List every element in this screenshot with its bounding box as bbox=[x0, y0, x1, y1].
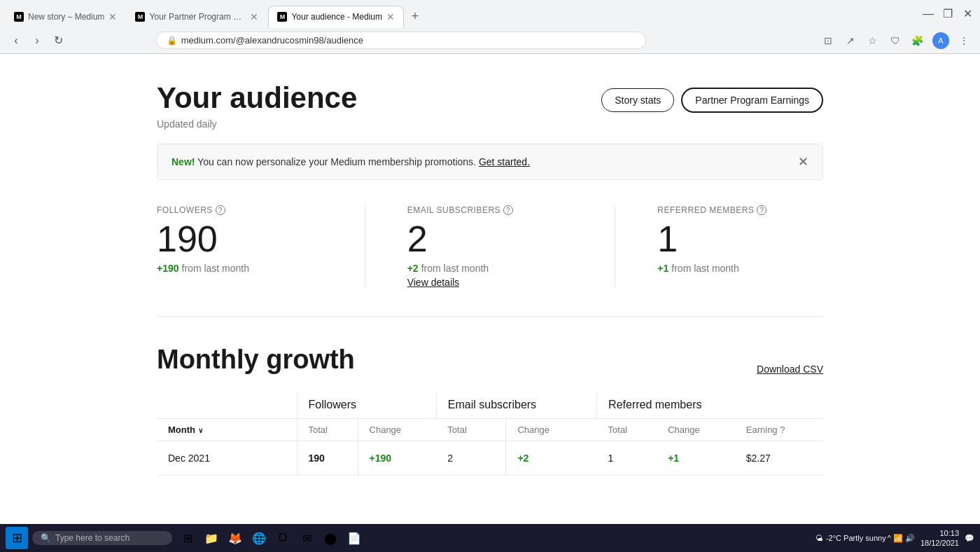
tab-2-favicon: M bbox=[135, 12, 145, 22]
row-email-change: +2 bbox=[506, 441, 597, 476]
referred-value: 1 bbox=[657, 221, 823, 257]
tab-1-favicon: M bbox=[14, 12, 24, 22]
page-content: Your audience Updated daily Story stats … bbox=[140, 54, 840, 504]
referred-change-header: Change bbox=[657, 419, 735, 441]
section-header: Monthly growth Download CSV bbox=[157, 345, 823, 375]
tab-3-close[interactable]: ✕ bbox=[386, 12, 395, 22]
row-email-total: 2 bbox=[436, 441, 506, 476]
tab-2[interactable]: M Your Partner Program earnings ✕ bbox=[127, 6, 267, 27]
month-group-header bbox=[157, 392, 297, 419]
notification-text: New! You can now personalize your Medium… bbox=[172, 156, 530, 167]
download-csv-link[interactable]: Download CSV bbox=[757, 364, 823, 375]
tab-2-label: Your Partner Program earnings bbox=[149, 12, 246, 22]
bookmark-icon[interactable]: ☆ bbox=[865, 35, 881, 46]
email-change-value: +2 bbox=[407, 263, 419, 274]
page-header: Your audience Updated daily Story stats … bbox=[157, 82, 823, 130]
profile-avatar[interactable]: A bbox=[932, 32, 949, 49]
sort-icon: ∨ bbox=[198, 427, 203, 434]
share-icon[interactable]: ↗ bbox=[843, 35, 858, 46]
header-buttons: Story stats Partner Program Earnings bbox=[601, 82, 823, 113]
new-tab-button[interactable]: + bbox=[405, 7, 425, 27]
tab-3-label: Your audience - Medium bbox=[291, 12, 382, 22]
row-month: Dec 2021 bbox=[157, 441, 297, 476]
referred-label: REFERRED MEMBERS ? bbox=[657, 205, 823, 215]
reload-button[interactable]: ↻ bbox=[50, 34, 66, 47]
tab-3-favicon: M bbox=[277, 12, 287, 22]
partner-earnings-button[interactable]: Partner Program Earnings bbox=[681, 88, 823, 113]
forward-button[interactable]: › bbox=[29, 34, 45, 47]
tab-2-close[interactable]: ✕ bbox=[250, 12, 258, 22]
row-referred-total: 1 bbox=[597, 441, 657, 476]
followers-change: +190 from last month bbox=[157, 263, 323, 274]
followers-help-icon[interactable]: ? bbox=[216, 205, 225, 215]
reader-mode-icon[interactable]: ⊡ bbox=[820, 35, 836, 46]
back-button[interactable]: ‹ bbox=[8, 34, 24, 47]
referred-help-icon[interactable]: ? bbox=[757, 205, 766, 215]
url-text: medium.com/@alexandrucosmin98/audience bbox=[181, 35, 363, 46]
tab-1-close[interactable]: ✕ bbox=[108, 12, 117, 22]
row-referred-change: +1 bbox=[657, 441, 735, 476]
referred-earning-header: Earning ? bbox=[735, 419, 823, 441]
minimize-button[interactable]: — bbox=[921, 8, 935, 20]
email-change-label: from last month bbox=[421, 263, 489, 274]
email-change-header: Change bbox=[506, 419, 597, 441]
email-label: EMAIL SUBSCRIBERS ? bbox=[407, 205, 573, 215]
extensions-icon[interactable]: 🧩 bbox=[910, 35, 925, 46]
browser-chrome: M New story – Medium ✕ M Your Partner Pr… bbox=[0, 0, 980, 54]
address-bar: ‹ › ↻ 🔒 medium.com/@alexandrucosmin98/au… bbox=[0, 27, 980, 53]
followers-change-value: +190 bbox=[157, 263, 179, 274]
email-change: +2 from last month bbox=[407, 263, 573, 274]
divider-1 bbox=[365, 205, 365, 288]
tab-bar: M New story – Medium ✕ M Your Partner Pr… bbox=[0, 0, 980, 27]
row-referred-earning: $2.27 bbox=[735, 441, 823, 476]
notification-banner: New! You can now personalize your Medium… bbox=[157, 144, 823, 180]
row-followers-total: 190 bbox=[297, 441, 358, 476]
tab-1[interactable]: M New story – Medium ✕ bbox=[6, 6, 125, 27]
email-total-header: Total bbox=[436, 419, 506, 441]
followers-stat: FOLLOWERS ? 190 +190 from last month bbox=[157, 205, 323, 288]
referred-change: +1 from last month bbox=[657, 263, 823, 274]
browser-actions: ⊡ ↗ ☆ 🛡 🧩 A ⋮ bbox=[820, 32, 972, 49]
table-row: Dec 2021 190 +190 2 +2 1 +1 $2.27 bbox=[157, 441, 823, 476]
month-sub-header[interactable]: Month ∨ bbox=[157, 419, 297, 441]
referred-total-header: Total bbox=[597, 419, 657, 441]
divider-2 bbox=[615, 205, 615, 288]
get-started-link[interactable]: Get started. bbox=[479, 156, 530, 167]
view-details-link[interactable]: View details bbox=[407, 277, 573, 288]
section-title: Monthly growth bbox=[157, 345, 355, 375]
email-subscribers-stat: EMAIL SUBSCRIBERS ? 2 +2 from last month… bbox=[407, 205, 573, 288]
table-sub-header: Month ∨ Total Change Total Change Total … bbox=[157, 419, 823, 441]
tab-1-label: New story – Medium bbox=[28, 12, 104, 22]
title-section: Your audience Updated daily bbox=[157, 82, 357, 130]
referred-change-value: +1 bbox=[657, 263, 668, 274]
followers-group-header: Followers bbox=[297, 392, 436, 419]
earning-help-icon[interactable]: ? bbox=[780, 425, 785, 435]
url-box[interactable]: 🔒 medium.com/@alexandrucosmin98/audience bbox=[156, 32, 646, 49]
story-stats-button[interactable]: Story stats bbox=[601, 88, 674, 112]
stats-section: FOLLOWERS ? 190 +190 from last month EMA… bbox=[157, 205, 823, 317]
row-followers-change: +190 bbox=[358, 441, 436, 476]
maximize-button[interactable]: ❐ bbox=[941, 7, 955, 20]
growth-table: Followers Email subscribers Referred mem… bbox=[157, 392, 823, 476]
email-help-icon[interactable]: ? bbox=[503, 205, 513, 215]
followers-change-header: Change bbox=[358, 419, 436, 441]
followers-value: 190 bbox=[157, 221, 323, 257]
new-badge: New! bbox=[172, 156, 195, 167]
referred-members-stat: REFERRED MEMBERS ? 1 +1 from last month bbox=[657, 205, 823, 288]
followers-total-header: Total bbox=[297, 419, 358, 441]
followers-change-label: from last month bbox=[182, 263, 249, 274]
notification-body: You can now personalize your Medium memb… bbox=[197, 156, 476, 167]
menu-icon[interactable]: ⋮ bbox=[956, 35, 972, 46]
referred-change-label: from last month bbox=[671, 263, 738, 274]
page-title: Your audience bbox=[157, 82, 357, 114]
window-controls: — ❐ ✕ bbox=[921, 7, 974, 26]
shield-icon[interactable]: 🛡 bbox=[888, 35, 903, 46]
notification-close-button[interactable]: ✕ bbox=[798, 154, 808, 170]
table-group-header: Followers Email subscribers Referred mem… bbox=[157, 392, 823, 419]
followers-label: FOLLOWERS ? bbox=[157, 205, 323, 215]
referred-group-header: Referred members bbox=[597, 392, 823, 419]
close-window-button[interactable]: ✕ bbox=[960, 7, 974, 20]
email-value: 2 bbox=[407, 221, 573, 257]
tab-3[interactable]: M Your audience - Medium ✕ bbox=[268, 6, 404, 27]
lock-icon: 🔒 bbox=[167, 36, 177, 46]
